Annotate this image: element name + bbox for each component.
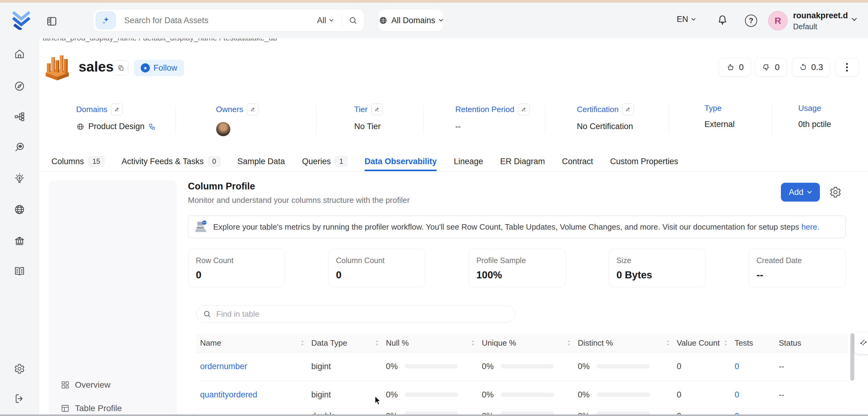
version-button[interactable]: 0.3 bbox=[792, 58, 830, 77]
edit-domains-button[interactable] bbox=[111, 103, 123, 115]
lineage-graph-icon[interactable] bbox=[14, 111, 25, 122]
tab-lineage[interactable]: Lineage bbox=[454, 152, 483, 171]
domain-link[interactable]: Product Design bbox=[88, 122, 145, 131]
profiler-settings-gear-icon[interactable] bbox=[829, 186, 842, 198]
table-row: quantityordered bigint 0% 0% 0% 0 0 -- bbox=[196, 381, 848, 409]
sort-icon[interactable] bbox=[724, 340, 728, 346]
copy-name-button[interactable] bbox=[113, 60, 128, 75]
search-scope-dropdown[interactable]: All bbox=[309, 16, 341, 25]
avatar[interactable]: R bbox=[768, 11, 787, 30]
col-header-value-count[interactable]: Value Count bbox=[673, 338, 731, 348]
tab-activity-feeds[interactable]: Activity Feeds & Tasks0 bbox=[122, 152, 220, 171]
value-count-cell: 0 bbox=[673, 390, 731, 399]
progress-track bbox=[597, 364, 650, 369]
top-accent-strip bbox=[0, 0, 868, 3]
subdomain-link-icon[interactable] bbox=[148, 123, 156, 130]
divider bbox=[545, 106, 546, 134]
thumbs-up-icon bbox=[726, 63, 735, 71]
language-dropdown[interactable]: EN bbox=[677, 14, 695, 24]
observability-icon[interactable] bbox=[14, 141, 25, 153]
home-icon[interactable] bbox=[14, 48, 25, 60]
entity-tabs: Columns15 Activity Feeds & Tasks0 Sample… bbox=[39, 152, 868, 171]
meta-tier: Tier No Tier bbox=[354, 103, 383, 131]
pencil-icon bbox=[625, 106, 631, 112]
scrollbar-thumb[interactable] bbox=[850, 333, 854, 381]
meta-retention: Retention Period -- bbox=[455, 103, 530, 131]
edit-tier-button[interactable] bbox=[371, 103, 383, 115]
unique-pct-cell: 0% bbox=[478, 390, 574, 399]
settings-gear-icon[interactable] bbox=[14, 363, 25, 375]
follow-button[interactable]: ★ Follow bbox=[134, 60, 184, 76]
column-name-link[interactable]: quantityordered bbox=[196, 390, 308, 399]
sort-icon[interactable] bbox=[471, 340, 475, 346]
global-search[interactable]: All bbox=[93, 9, 365, 32]
help-icon[interactable]: ? bbox=[745, 14, 757, 27]
sort-icon[interactable] bbox=[375, 340, 379, 346]
search-icon[interactable] bbox=[342, 16, 364, 25]
unique-pct-cell: 0% bbox=[478, 362, 574, 371]
chevron-down-icon[interactable] bbox=[851, 18, 857, 21]
kebab-menu-button[interactable] bbox=[835, 58, 859, 77]
find-in-table[interactable] bbox=[196, 305, 515, 323]
column-name-link[interactable] bbox=[196, 409, 308, 411]
edit-retention-button[interactable] bbox=[518, 103, 530, 115]
meta-certification: Certification No Certification bbox=[577, 103, 634, 131]
col-header-name[interactable]: Name bbox=[196, 338, 308, 348]
sort-icon[interactable] bbox=[567, 340, 571, 346]
domain-globe-icon bbox=[76, 122, 85, 131]
find-in-table-input[interactable] bbox=[216, 309, 515, 319]
notifications-bell-icon[interactable] bbox=[716, 14, 728, 26]
sort-icon[interactable] bbox=[300, 340, 305, 346]
all-domains-dropdown[interactable]: All Domains bbox=[378, 9, 444, 32]
tab-sample-data[interactable]: Sample Data bbox=[238, 152, 285, 171]
banner-docs-link[interactable]: here. bbox=[801, 222, 819, 231]
column-name-link[interactable]: ordernumber bbox=[196, 362, 308, 371]
data-type-cell: bigint bbox=[308, 390, 382, 399]
sidebar-toggle-icon[interactable] bbox=[46, 15, 58, 27]
user-team: Default bbox=[793, 22, 848, 31]
sort-icon[interactable] bbox=[666, 340, 670, 346]
stat-card-created-date: Created Date-- bbox=[749, 249, 846, 287]
domains-globe-icon[interactable] bbox=[14, 204, 25, 215]
mouse-cursor bbox=[374, 396, 382, 405]
edit-certification-button[interactable] bbox=[622, 103, 634, 115]
tests-link[interactable]: 0 bbox=[731, 390, 775, 399]
add-button[interactable]: Add bbox=[781, 183, 820, 202]
side-panel-toggle[interactable] bbox=[855, 332, 868, 354]
tests-link[interactable]: 0 bbox=[731, 362, 775, 371]
col-header-unique-pct[interactable]: Unique % bbox=[478, 338, 574, 348]
owner-avatar[interactable] bbox=[216, 122, 230, 136]
downvote-button[interactable]: 0 bbox=[755, 58, 787, 77]
user-menu[interactable]: rounakpreet.d Default bbox=[793, 11, 848, 31]
app-logo[interactable] bbox=[11, 8, 33, 30]
tab-custom-properties[interactable]: Custom Properties bbox=[610, 152, 678, 171]
tab-queries[interactable]: Queries1 bbox=[302, 152, 347, 171]
explore-compass-icon[interactable] bbox=[14, 81, 25, 92]
edit-owners-button[interactable] bbox=[247, 103, 258, 115]
tab-columns[interactable]: Columns15 bbox=[52, 152, 104, 171]
ai-sparkle-icon[interactable] bbox=[96, 11, 116, 29]
status-cell bbox=[775, 409, 848, 411]
tab-er-diagram[interactable]: ER Diagram bbox=[500, 152, 545, 171]
glossary-book-icon[interactable] bbox=[14, 265, 25, 277]
stat-card-column-count: Column Count0 bbox=[328, 249, 425, 287]
tab-badge: 1 bbox=[335, 156, 347, 167]
chevron-down-icon bbox=[807, 191, 812, 194]
search-input[interactable] bbox=[124, 15, 309, 26]
overview-grid-icon bbox=[60, 380, 70, 390]
profiler-info-banner: Explore your table's metrics by running … bbox=[188, 216, 846, 238]
logout-icon[interactable] bbox=[14, 393, 25, 405]
user-name: rounakpreet.d bbox=[793, 11, 848, 21]
tab-data-observability[interactable]: Data Observability bbox=[365, 152, 437, 171]
col-header-null-pct[interactable]: Null % bbox=[382, 338, 478, 348]
tab-contract[interactable]: Contract bbox=[562, 152, 593, 171]
col-header-distinct-pct[interactable]: Distinct % bbox=[574, 338, 673, 348]
profiler-nav-table-profile[interactable]: Table Profile bbox=[60, 404, 122, 413]
govern-bank-icon[interactable] bbox=[14, 235, 25, 247]
col-header-data-type[interactable]: Data Type bbox=[308, 338, 382, 348]
upvote-button[interactable]: 0 bbox=[719, 58, 751, 77]
profiler-nav-overview[interactable]: Overview bbox=[60, 380, 111, 390]
divider bbox=[423, 106, 424, 134]
progress-track bbox=[501, 392, 554, 397]
insights-bulb-icon[interactable] bbox=[14, 173, 25, 184]
